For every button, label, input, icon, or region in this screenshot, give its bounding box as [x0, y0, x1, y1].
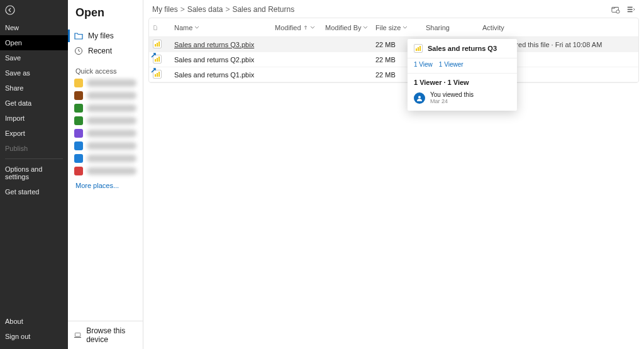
- file-table: Name Modified Modified By File size Shar…: [148, 18, 639, 83]
- open-pane: Open My filesRecent Quick access More pl…: [68, 0, 143, 349]
- popover-summary: 1 Viewer · 1 View: [408, 74, 517, 89]
- quick-access-item[interactable]: [74, 154, 136, 163]
- workspace-icon: [74, 79, 83, 87]
- workspace-icon: [74, 116, 83, 125]
- svg-point-0: [6, 6, 14, 14]
- blurred-label: [87, 130, 136, 137]
- back-arrow-icon: [5, 5, 15, 15]
- shortcut-icon: [150, 52, 157, 58]
- nav-item-save[interactable]: Save: [0, 50, 68, 65]
- nav-item-get-data[interactable]: Get data: [0, 96, 68, 111]
- nav-item-sign-out[interactable]: Sign out: [0, 329, 68, 344]
- file-browser-main: My files>Sales data>Sales and Returns Na…: [143, 0, 644, 349]
- chevron-down-icon: [194, 25, 199, 30]
- svg-rect-2: [75, 333, 80, 337]
- nav-item-open[interactable]: Open: [0, 35, 68, 50]
- blurred-label: [87, 92, 136, 99]
- breadcrumb-my-files[interactable]: My files: [152, 5, 178, 14]
- popover-viewers-link[interactable]: 1 Viewer: [439, 61, 464, 68]
- sort-asc-icon: [303, 25, 308, 30]
- chevron-down-icon: [310, 25, 315, 30]
- breadcrumb-sales-and-returns[interactable]: Sales and Returns: [232, 5, 294, 14]
- col-icon: [153, 25, 174, 30]
- source-recent[interactable]: Recent: [68, 43, 143, 58]
- table-row[interactable]: Sales and returns Q2.pbix22 MBPrivate: [149, 52, 638, 67]
- nav-item-share[interactable]: Share: [0, 80, 68, 96]
- nav-item-about[interactable]: About: [0, 314, 68, 329]
- table-row[interactable]: Sales and returns Q3.pbix22 MBSharedYou …: [149, 37, 638, 52]
- quick-access-item[interactable]: [74, 104, 136, 113]
- workspace-icon: [74, 129, 83, 138]
- nav-item-import[interactable]: Import: [0, 111, 68, 126]
- col-sharing[interactable]: Sharing: [426, 24, 482, 31]
- viewer-avatar: [414, 92, 425, 104]
- svg-point-4: [616, 10, 619, 13]
- source-my-files[interactable]: My files: [68, 28, 143, 43]
- quick-access-item[interactable]: [74, 141, 136, 150]
- more-places-link[interactable]: More places...: [68, 175, 143, 196]
- breadcrumb-row: My files>Sales data>Sales and Returns: [143, 0, 644, 18]
- quick-access-item[interactable]: [74, 116, 136, 125]
- popover-views-link[interactable]: 1 View: [414, 61, 433, 68]
- blurred-label: [87, 104, 136, 112]
- blurred-label: [87, 142, 136, 150]
- blurred-label: [87, 79, 136, 87]
- col-name[interactable]: Name: [174, 24, 275, 31]
- breadcrumb-sales-data[interactable]: Sales data: [187, 5, 223, 14]
- new-folder-icon[interactable]: [611, 5, 620, 14]
- blurred-label: [87, 117, 136, 125]
- file-name[interactable]: Sales and returns Q2.pbix: [174, 56, 275, 64]
- workspace-icon: [74, 104, 83, 113]
- person-icon: [416, 95, 423, 101]
- view-options-icon[interactable]: [626, 5, 635, 14]
- col-modified[interactable]: Modified: [275, 24, 325, 31]
- shortcut-icon: [150, 67, 157, 74]
- pbix-file-icon: [414, 44, 423, 53]
- workspace-icon: [74, 167, 83, 175]
- file-name[interactable]: Sales and returns Q1.pbix: [174, 71, 275, 79]
- col-activity[interactable]: Activity: [482, 24, 635, 31]
- viewer-text: You viewed this: [430, 91, 474, 98]
- nav-item-new[interactable]: New: [0, 20, 68, 35]
- quick-access-item[interactable]: [74, 129, 136, 138]
- blurred-label: [87, 167, 136, 175]
- back-button[interactable]: [0, 0, 68, 20]
- quick-access-item[interactable]: [74, 79, 136, 87]
- quick-access-heading: Quick access: [68, 58, 143, 79]
- popover-title: Sales and returns Q3: [428, 45, 497, 52]
- nav-item-get-started[interactable]: Get started: [0, 184, 68, 199]
- laptop-icon: [74, 331, 81, 340]
- chevron-down-icon: [402, 25, 408, 30]
- browse-label: Browse this device: [86, 326, 136, 344]
- pbix-file-icon: [153, 40, 162, 48]
- folder-icon: [74, 31, 83, 40]
- open-title: Open: [68, 0, 143, 28]
- file-name[interactable]: Sales and returns Q3.pbix: [174, 41, 275, 48]
- nav-item-export[interactable]: Export: [0, 126, 68, 141]
- blurred-label: [87, 155, 136, 162]
- svg-point-7: [418, 96, 421, 98]
- file-details-popover: Sales and returns Q3 1 View 1 Viewer 1 V…: [408, 39, 517, 111]
- nav-item-publish: Publish: [0, 141, 68, 156]
- file-icon: [153, 25, 158, 30]
- backstage-nav: NewOpenSaveSave asShareGet dataImportExp…: [0, 0, 68, 349]
- chevron-down-icon: [363, 25, 368, 30]
- quick-access-item[interactable]: [74, 167, 136, 175]
- workspace-icon: [74, 141, 83, 150]
- nav-item-options-and-settings[interactable]: Options and settings: [0, 162, 68, 184]
- col-size[interactable]: File size: [375, 24, 426, 31]
- table-row[interactable]: Sales and returns Q1.pbix22 MBPrivate: [149, 67, 638, 82]
- table-header-row: Name Modified Modified By File size Shar…: [149, 18, 638, 37]
- quick-access-item[interactable]: [74, 91, 136, 100]
- nav-item-save-as[interactable]: Save as: [0, 65, 68, 80]
- col-modified-by[interactable]: Modified By: [325, 24, 375, 31]
- browse-device-button[interactable]: Browse this device: [68, 321, 143, 349]
- workspace-icon: [74, 154, 83, 163]
- clock-icon: [74, 47, 83, 55]
- popover-viewer-row: You viewed this Mar 24: [408, 89, 517, 111]
- viewer-date: Mar 24: [430, 98, 474, 104]
- workspace-icon: [74, 91, 83, 100]
